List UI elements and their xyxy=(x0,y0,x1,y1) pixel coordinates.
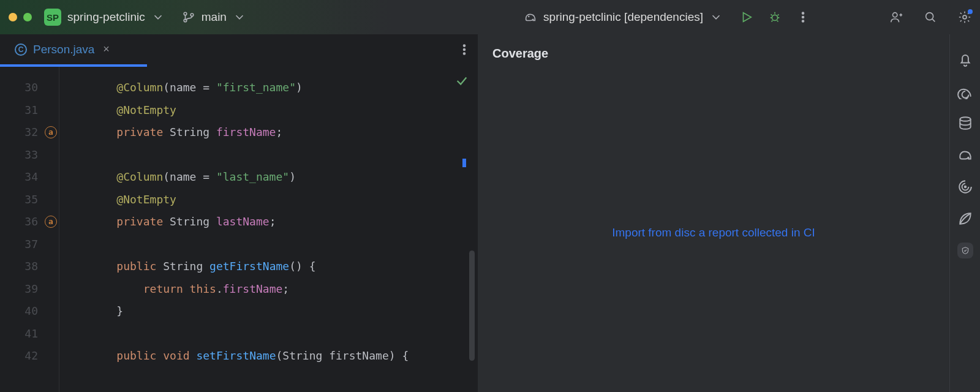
line-number: 33 xyxy=(0,144,38,167)
svg-point-7 xyxy=(802,17,804,18)
line-number: 40 xyxy=(0,300,38,323)
gutter-mark xyxy=(43,189,59,211)
svg-point-15 xyxy=(464,52,466,54)
right-tool-rail xyxy=(949,34,980,392)
run-config-selector[interactable]: spring-petclinic [dependencies] xyxy=(524,10,723,24)
svg-point-8 xyxy=(802,20,804,22)
coverage-title: Coverage xyxy=(478,34,949,73)
line-number: 35 xyxy=(0,189,38,211)
gutter-mark xyxy=(43,323,59,345)
gutter-mark xyxy=(43,77,59,99)
code-line[interactable]: @Column(name = "last_name") xyxy=(90,166,409,189)
svg-point-3 xyxy=(529,17,529,17)
gutter-mark xyxy=(43,233,59,256)
target-icon[interactable] xyxy=(957,179,973,195)
code-line[interactable]: return this.firstName; xyxy=(90,278,409,301)
svg-point-6 xyxy=(802,12,804,14)
gutter-mark xyxy=(43,144,59,167)
run-icon[interactable] xyxy=(740,10,753,24)
gutter-mark: a xyxy=(43,121,59,144)
branch-name: main xyxy=(202,10,227,24)
code-area[interactable]: @Column(name = "first_name") @NotEmpty p… xyxy=(59,67,409,392)
svg-point-13 xyxy=(464,45,466,47)
tab-person-java[interactable]: C Person.java × xyxy=(6,34,118,64)
tab-label: Person.java xyxy=(33,43,94,56)
svg-point-12 xyxy=(963,15,967,19)
chevron-down-icon xyxy=(151,10,165,24)
chevron-down-icon xyxy=(709,10,723,24)
minimap-marker xyxy=(462,159,466,167)
add-user-icon[interactable] xyxy=(889,10,903,24)
code-line[interactable]: @NotEmpty xyxy=(90,189,409,211)
debug-icon[interactable] xyxy=(768,10,782,24)
gutter-marks: aa xyxy=(43,67,59,392)
minimize-dot[interactable] xyxy=(9,13,17,21)
code-line[interactable] xyxy=(90,144,409,167)
check-icon[interactable] xyxy=(455,73,469,96)
line-number: 42 xyxy=(0,345,38,368)
line-number: 32 xyxy=(0,121,38,144)
editor-body[interactable]: 30313233343536373839404142 aa @Column(na… xyxy=(0,67,477,392)
gutter-mark xyxy=(43,255,59,278)
more-vert-icon[interactable] xyxy=(796,10,810,24)
svg-point-14 xyxy=(464,48,466,50)
coverage-panel: Coverage Import from disc a report colle… xyxy=(478,34,949,392)
project-name: spring-petclinic xyxy=(67,10,145,24)
svg-point-10 xyxy=(926,13,933,20)
bell-icon[interactable] xyxy=(957,51,973,67)
code-line[interactable]: public void setFirstName(String firstNam… xyxy=(90,345,409,368)
branch-selector[interactable]: main xyxy=(182,10,246,24)
code-line[interactable] xyxy=(90,69,409,77)
line-number: 30 xyxy=(0,77,38,99)
a-badge[interactable]: a xyxy=(45,126,57,138)
code-line[interactable]: @Column(name = "first_name") xyxy=(90,77,409,99)
gutter-mark xyxy=(43,345,59,368)
code-line[interactable] xyxy=(90,323,409,345)
gutter-mark xyxy=(43,166,59,189)
coverage-import-link[interactable]: Import from disc a report collected in C… xyxy=(612,226,815,239)
editor-pane: C Person.java × 303132333435363738394041… xyxy=(0,34,478,392)
leaf-icon[interactable] xyxy=(957,211,973,227)
search-icon[interactable] xyxy=(924,10,937,24)
elephant-icon xyxy=(524,10,537,24)
branch-icon xyxy=(182,10,195,24)
titlebar: SP spring-petclinic main spring-petclini… xyxy=(0,0,980,34)
line-number: 34 xyxy=(0,166,38,189)
line-gutter: 30313233343536373839404142 xyxy=(0,67,43,392)
line-number: 38 xyxy=(0,255,38,278)
svg-line-11 xyxy=(932,19,935,21)
class-file-icon: C xyxy=(15,43,27,56)
code-line[interactable]: @NotEmpty xyxy=(90,99,409,122)
code-line[interactable]: } xyxy=(90,300,409,323)
spiral-icon[interactable] xyxy=(957,83,973,99)
gutter-mark xyxy=(43,99,59,122)
gutter-mark xyxy=(43,69,59,77)
code-line[interactable]: private String lastName; xyxy=(90,211,409,233)
project-badge: SP xyxy=(44,9,61,26)
editor-tabs: C Person.java × xyxy=(0,34,477,65)
zoom-dot[interactable] xyxy=(23,13,32,21)
line-number: 37 xyxy=(0,233,38,256)
line-number: 41 xyxy=(0,323,38,345)
gear-icon[interactable] xyxy=(958,10,971,24)
svg-point-16 xyxy=(960,117,970,121)
elephant-icon[interactable] xyxy=(957,147,973,163)
scrollbar-thumb[interactable] xyxy=(469,251,475,361)
run-config-name: spring-petclinic [dependencies] xyxy=(543,10,703,24)
svg-point-2 xyxy=(190,13,194,17)
gutter-mark xyxy=(43,278,59,301)
code-line[interactable] xyxy=(90,233,409,256)
svg-point-5 xyxy=(772,15,777,20)
close-icon[interactable]: × xyxy=(103,43,110,56)
more-vert-icon[interactable] xyxy=(458,43,471,56)
gutter-mark xyxy=(43,300,59,323)
svg-point-9 xyxy=(893,13,897,17)
a-badge[interactable]: a xyxy=(45,216,57,228)
database-icon[interactable] xyxy=(957,115,973,131)
code-line[interactable]: private String firstName; xyxy=(90,121,409,144)
line-number: 36 xyxy=(0,211,38,233)
shield-icon[interactable] xyxy=(957,243,973,258)
chevron-down-icon xyxy=(233,10,246,24)
project-selector[interactable]: SP spring-petclinic xyxy=(44,9,165,26)
code-line[interactable]: public String getFirstName() { xyxy=(90,255,409,278)
